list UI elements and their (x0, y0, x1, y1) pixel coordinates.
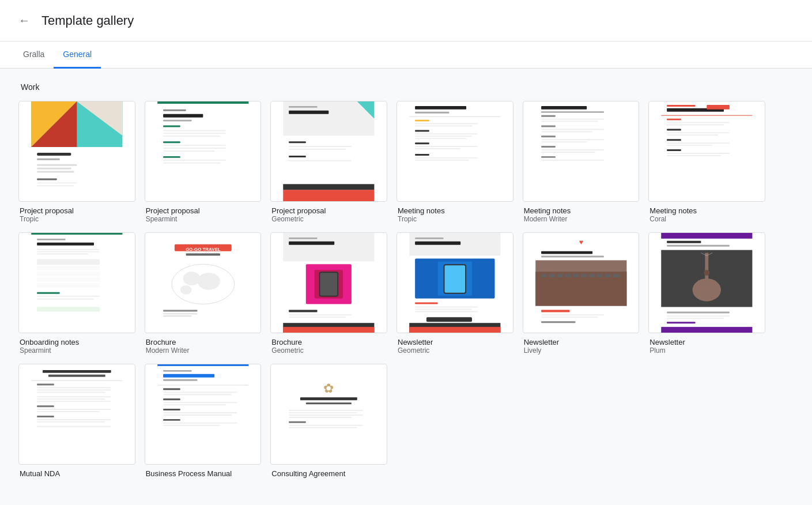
template-card-pp-geometric[interactable]: Project proposal Geometric (270, 101, 387, 223)
tab-bar: Gralla General (0, 42, 812, 69)
back-icon: ← (18, 14, 30, 27)
template-card-nl-plum[interactable]: Newsletter Plum (648, 232, 765, 355)
svg-rect-230 (289, 427, 357, 428)
svg-rect-33 (284, 190, 375, 201)
svg-rect-195 (37, 405, 54, 407)
svg-text:♥: ♥ (579, 238, 583, 246)
template-name-mn-coral: Meeting notes (648, 206, 765, 215)
svg-rect-171 (667, 241, 701, 243)
svg-rect-204 (163, 370, 191, 372)
svg-rect-27 (163, 160, 226, 161)
svg-rect-48 (415, 130, 429, 131)
template-thumb-pp-tropic (18, 101, 135, 202)
svg-rect-47 (415, 126, 472, 127)
svg-rect-226 (289, 414, 363, 416)
svg-rect-66 (541, 131, 592, 132)
svg-rect-20 (163, 133, 226, 134)
svg-rect-105 (37, 296, 100, 297)
svg-rect-141 (415, 307, 478, 308)
template-thumb-pp-geometric (270, 101, 387, 202)
template-card-br-modernwriter[interactable]: GO-GO TRAVEL Brochure Modern Writer (145, 232, 262, 355)
template-card-nl-lively[interactable]: ♥ (523, 232, 640, 355)
svg-rect-102 (37, 277, 100, 282)
svg-rect-139 (445, 265, 466, 292)
svg-rect-160 (581, 274, 587, 277)
template-sub-nl-lively: Lively (523, 346, 640, 355)
svg-rect-135 (415, 242, 460, 245)
svg-rect-186 (48, 375, 105, 377)
template-card-nda[interactable]: Mutual NDA (18, 364, 135, 478)
template-card-nl-geometric[interactable]: Newsletter Geometric (396, 232, 513, 355)
svg-rect-82 (667, 129, 681, 130)
svg-rect-49 (415, 133, 478, 134)
svg-rect-211 (163, 398, 180, 400)
template-card-pp-tropic[interactable]: Project proposal Tropic (18, 101, 135, 223)
svg-rect-89 (667, 153, 730, 154)
svg-rect-50 (415, 135, 472, 137)
template-thumb-mn-modern (523, 101, 640, 202)
svg-rect-24 (163, 148, 226, 149)
svg-rect-200 (37, 421, 105, 423)
svg-rect-229 (289, 425, 363, 426)
template-card-on-spearmint[interactable]: Onboarding notes Spearmint (18, 232, 135, 355)
svg-rect-198 (37, 416, 54, 417)
svg-rect-90 (667, 155, 721, 156)
svg-rect-187 (31, 380, 122, 381)
template-name-nda: Mutual NDA (18, 469, 135, 478)
svg-rect-222 (300, 397, 357, 400)
svg-rect-98 (37, 254, 88, 255)
template-name-br-geometric: Brochure (270, 338, 387, 346)
template-name-mn-modern: Meeting notes (523, 206, 640, 215)
svg-rect-166 (541, 314, 604, 315)
svg-rect-34 (284, 184, 375, 190)
template-card-bpm[interactable]: Business Process Manual (145, 364, 262, 478)
svg-rect-69 (541, 141, 587, 142)
template-card-consulting[interactable]: ✿ Consulting Agreement (270, 364, 387, 478)
svg-rect-197 (37, 411, 100, 412)
svg-rect-228 (289, 421, 306, 423)
svg-rect-116 (163, 310, 197, 311)
svg-rect-31 (289, 106, 317, 108)
template-sub-pp-tropic: Tropic (18, 215, 135, 223)
svg-rect-126 (320, 273, 338, 296)
template-card-mn-tropic[interactable]: Meeting notes Tropic (396, 101, 513, 223)
svg-rect-203 (157, 364, 248, 366)
template-thumb-nl-plum (648, 232, 765, 333)
svg-rect-210 (163, 394, 232, 395)
template-card-pp-spearmint[interactable]: Project proposal Spearmint (145, 101, 262, 223)
template-name-bpm: Business Process Manual (145, 469, 262, 478)
template-sub-mn-modern: Modern Writer (523, 215, 640, 223)
svg-rect-103 (37, 283, 100, 288)
svg-rect-19 (163, 130, 226, 131)
tab-general[interactable]: General (54, 42, 101, 69)
svg-rect-170 (662, 233, 753, 239)
template-card-br-geometric[interactable]: Brochure Geometric (270, 232, 387, 355)
svg-rect-46 (415, 123, 478, 125)
template-card-mn-modern[interactable]: Meeting notes Modern Writer (523, 101, 640, 223)
template-sub-on-spearmint: Spearmint (18, 346, 135, 355)
svg-rect-190 (37, 389, 111, 390)
svg-rect-189 (37, 387, 111, 389)
work-section: Work (18, 82, 765, 478)
svg-rect-188 (37, 384, 54, 386)
section-title-work: Work (18, 82, 765, 92)
svg-rect-106 (37, 299, 94, 300)
svg-rect-205 (163, 374, 214, 378)
svg-rect-129 (289, 316, 346, 318)
svg-rect-94 (37, 239, 65, 240)
svg-rect-97 (37, 251, 100, 252)
svg-rect-60 (541, 112, 604, 112)
svg-rect-74 (541, 160, 604, 161)
template-card-mn-coral[interactable]: Meeting notes Coral (648, 101, 765, 223)
svg-rect-180 (667, 315, 730, 316)
svg-rect-85 (667, 139, 681, 141)
tab-gralla[interactable]: Gralla (14, 42, 54, 69)
svg-rect-185 (43, 370, 111, 373)
svg-rect-87 (667, 145, 712, 146)
template-sub-br-modernwriter: Modern Writer (145, 346, 262, 355)
svg-rect-161 (589, 274, 595, 277)
template-sub-pp-geometric: Geometric (270, 215, 387, 223)
svg-rect-36 (289, 146, 352, 147)
back-button[interactable]: ← (14, 9, 35, 32)
svg-rect-70 (541, 146, 556, 148)
